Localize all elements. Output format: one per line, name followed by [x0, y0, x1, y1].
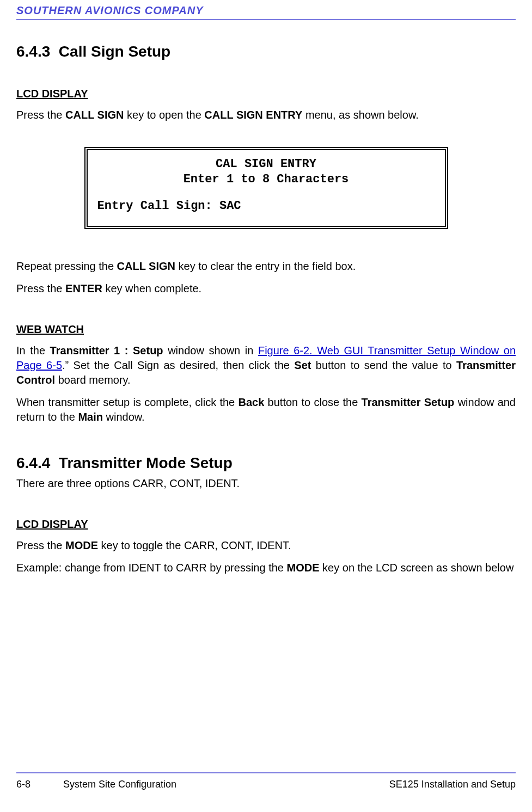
lcd-line-3: Entry Call Sign: SAC	[97, 199, 435, 214]
page-footer: 6-8 System Site Configuration SE125 Inst…	[16, 772, 516, 790]
text: Press the	[16, 539, 65, 551]
text: button to close the	[264, 396, 361, 408]
bold-mode: MODE	[287, 562, 320, 574]
company-header: SOUTHERN AVIONICS COMPANY	[16, 0, 516, 17]
bold-back: Back	[239, 396, 265, 408]
bold-transmitter-setup: Transmitter Setup	[362, 396, 455, 408]
text: key to toggle the CARR, CONT, IDENT.	[98, 539, 291, 551]
text: key to clear the entry in the field box.	[175, 260, 356, 272]
footer-section-title: System Site Configuration	[63, 779, 176, 790]
bold-main: Main	[78, 411, 103, 423]
lcd-line-2: Enter 1 to 8 Characters	[97, 172, 435, 187]
footer-left: 6-8 System Site Configuration	[16, 779, 176, 790]
text: key to open the	[124, 109, 204, 121]
lcd-display-heading-1: LCD DISPLAY	[16, 88, 516, 100]
section-title: Transmitter Mode Setup	[59, 454, 233, 471]
footer-doc-title: SE125 Installation and Setup	[389, 779, 516, 790]
section-heading-644: 6.4.4 Transmitter Mode Setup	[16, 454, 516, 472]
bold-enter: ENTER	[65, 282, 102, 294]
para-example-mode: Example: change from IDENT to CARR by pr…	[16, 561, 516, 575]
lcd-display-box: CAL SIGN ENTRY Enter 1 to 8 Characters E…	[84, 147, 448, 229]
lcd-line-1: CAL SIGN ENTRY	[97, 157, 435, 172]
para-web-transmitter: In the Transmitter 1 : Setup window show…	[16, 343, 516, 387]
bold-call-sign-entry: CALL SIGN ENTRY	[204, 109, 302, 121]
text: Example: change from IDENT to CARR by pr…	[16, 562, 287, 574]
para-press-call-sign: Press the CALL SIGN key to open the CALL…	[16, 108, 516, 122]
text: button to send the value to	[311, 359, 456, 371]
para-three-options: There are three options CARR, CONT, IDEN…	[16, 476, 516, 491]
bold-mode: MODE	[65, 539, 98, 551]
bold-call-sign: CALL SIGN	[65, 109, 124, 121]
para-web-back: When transmitter setup is complete, clic…	[16, 395, 516, 425]
page: SOUTHERN AVIONICS COMPANY 6.4.3 Call Sig…	[0, 0, 532, 812]
para-press-enter: Press the ENTER key when complete.	[16, 281, 516, 296]
footer-row: 6-8 System Site Configuration SE125 Inst…	[16, 779, 516, 790]
section-title: Call Sign Setup	[59, 43, 170, 60]
text: Press the	[16, 109, 65, 121]
text: key on the LCD screen as shown below	[320, 562, 514, 574]
text: Press the	[16, 282, 65, 294]
header-rule	[16, 19, 516, 20]
bold-transmitter-setup: Transmitter 1 : Setup	[50, 345, 163, 356]
text: .” Set the Call Sign as desired, then cl…	[62, 359, 294, 371]
text: Repeat pressing the	[16, 260, 117, 272]
bold-set: Set	[294, 359, 311, 371]
text: key when complete.	[102, 282, 201, 294]
section-heading-643: 6.4.3 Call Sign Setup	[16, 43, 516, 60]
text: When transmitter setup is complete, clic…	[16, 396, 239, 408]
text: menu, as shown below.	[302, 109, 418, 121]
footer-rule	[16, 772, 516, 773]
para-repeat-press: Repeat pressing the CALL SIGN key to cle…	[16, 259, 516, 274]
section-number: 6.4.4	[16, 454, 50, 471]
text: window shown in	[163, 345, 258, 356]
text: In the	[16, 345, 50, 356]
text: board memory.	[55, 374, 131, 386]
para-press-mode: Press the MODE key to toggle the CARR, C…	[16, 538, 516, 553]
bold-call-sign: CALL SIGN	[117, 260, 175, 272]
lcd-display-heading-2: LCD DISPLAY	[16, 518, 516, 531]
text: window.	[103, 411, 145, 423]
section-number: 6.4.3	[16, 43, 50, 60]
web-watch-heading: WEB WATCH	[16, 323, 516, 336]
page-number: 6-8	[16, 779, 30, 790]
